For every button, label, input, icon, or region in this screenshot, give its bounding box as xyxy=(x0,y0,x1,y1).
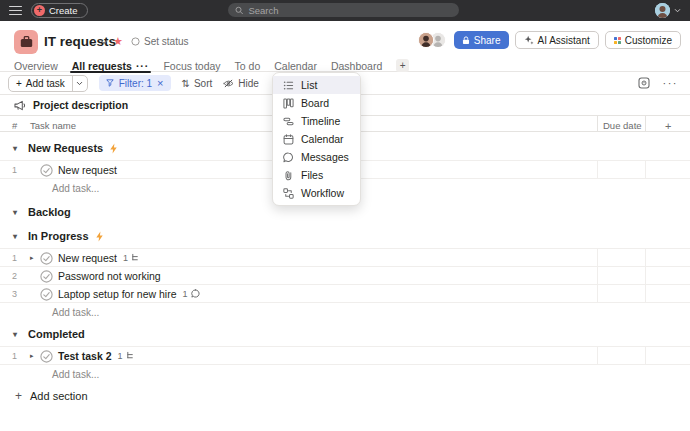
tab-label: Focus today xyxy=(163,60,220,72)
task-row[interactable]: 1 ▸ New request 1 xyxy=(0,249,690,267)
account-chevron-down-icon[interactable] xyxy=(674,8,681,13)
section-name: New Requests xyxy=(28,142,103,154)
column-task-name[interactable]: Task name xyxy=(30,120,76,131)
menu-item-workflow[interactable]: Workflow xyxy=(273,184,360,202)
expand-subtasks-icon[interactable]: ▸ xyxy=(30,352,34,360)
toolbar-right: ··· xyxy=(638,77,679,89)
section-rows: 1 ▸ Test task 2 1 xyxy=(0,346,690,365)
add-task-button[interactable]: + Add task xyxy=(8,75,88,92)
sparkle-icon xyxy=(524,35,534,45)
customize-label: Customize xyxy=(625,35,672,46)
plus-icon: + xyxy=(34,5,45,16)
tab-all-requests[interactable]: All requests ··· xyxy=(72,60,150,72)
subtask-count: 1 xyxy=(118,351,135,361)
member-avatar[interactable] xyxy=(418,32,434,48)
tab-overflow-icon[interactable]: ··· xyxy=(136,60,150,72)
row-number: 2 xyxy=(12,271,17,281)
board-icon xyxy=(283,98,294,109)
avatar-photo xyxy=(655,3,670,18)
search-bar[interactable] xyxy=(228,3,459,17)
topbar: + Create xyxy=(0,0,690,21)
tab-dashboard[interactable]: Dashboard xyxy=(331,60,382,72)
sort-arrows-icon: ⇅ xyxy=(182,78,190,89)
check-circle-icon[interactable] xyxy=(40,350,53,363)
hamburger-menu-icon[interactable] xyxy=(9,6,22,16)
menu-item-timeline[interactable]: Timeline xyxy=(273,112,360,130)
collapse-triangle-icon[interactable]: ▾ xyxy=(13,208,22,217)
add-task-row[interactable]: Add task... xyxy=(0,303,690,321)
project-description-label: Project description xyxy=(33,99,128,111)
section-header-in-progress[interactable]: ▾ In Progress xyxy=(0,228,690,244)
member-avatars xyxy=(418,32,446,48)
filter-pill[interactable]: Filter: 1 × xyxy=(99,75,171,91)
tab-to-do[interactable]: To do xyxy=(235,60,261,72)
check-circle-icon[interactable] xyxy=(40,164,53,177)
grid-settings-icon[interactable] xyxy=(638,77,650,89)
section-header-backlog[interactable]: ▾ Backlog xyxy=(0,204,690,220)
tab-label: Dashboard xyxy=(331,60,382,72)
task-row[interactable]: 3 Laptop setup for new hire 1 xyxy=(0,285,690,303)
tab-label: Overview xyxy=(14,60,58,72)
tab-focus-today[interactable]: Focus today xyxy=(163,60,220,72)
menu-item-list[interactable]: List xyxy=(273,76,360,94)
add-column-button[interactable]: + xyxy=(665,120,671,132)
expand-subtasks-icon[interactable]: ▸ xyxy=(30,254,34,262)
eye-slash-icon xyxy=(223,79,234,88)
tab-overview[interactable]: Overview xyxy=(14,60,58,72)
add-view-button[interactable]: + xyxy=(396,59,409,72)
clear-filter-icon[interactable]: × xyxy=(157,77,163,89)
task-row[interactable]: 1 ▸ Test task 2 1 xyxy=(0,347,690,365)
menu-item-calendar[interactable]: Calendar xyxy=(273,130,360,148)
tab-calendar[interactable]: Calendar xyxy=(274,60,317,72)
favorite-star-icon[interactable]: ★ xyxy=(113,35,123,48)
subtask-icon xyxy=(131,253,140,262)
share-button[interactable]: Share xyxy=(454,31,509,49)
menu-item-label: Calendar xyxy=(301,133,344,145)
more-options-icon[interactable]: ··· xyxy=(663,77,679,89)
section-name: Backlog xyxy=(28,206,71,218)
create-button[interactable]: + Create xyxy=(31,3,88,18)
subtask-icon xyxy=(126,351,135,360)
add-task-row[interactable]: Add task... xyxy=(0,365,690,383)
check-circle-icon[interactable] xyxy=(40,252,53,265)
comment-count-value: 1 xyxy=(183,289,188,299)
project-icon[interactable] xyxy=(14,30,38,54)
workflow-icon xyxy=(283,188,294,199)
add-section-button[interactable]: + Add section xyxy=(0,389,690,403)
row-number: 3 xyxy=(12,289,17,299)
menu-item-board[interactable]: Board xyxy=(273,94,360,112)
task-name[interactable]: Laptop setup for new hire xyxy=(58,288,177,300)
customize-grid-icon xyxy=(614,37,621,44)
task-name[interactable]: New request xyxy=(58,252,117,264)
collapse-triangle-icon[interactable]: ▾ xyxy=(13,232,22,241)
set-status-button[interactable]: Set status xyxy=(131,36,188,47)
task-name[interactable]: Password not working xyxy=(58,270,161,282)
collapse-triangle-icon[interactable]: ▾ xyxy=(13,144,22,153)
column-due-date[interactable]: Due date xyxy=(603,120,642,131)
menu-item-messages[interactable]: Messages xyxy=(273,148,360,166)
comment-count: 1 xyxy=(183,289,200,299)
add-section-label: Add section xyxy=(30,390,87,402)
add-task-main[interactable]: + Add task xyxy=(9,76,72,91)
hide-button[interactable]: Hide xyxy=(223,78,259,89)
sort-button[interactable]: ⇅ Sort xyxy=(182,78,213,89)
title-chevron-down-icon[interactable] xyxy=(100,39,108,45)
plus-icon: + xyxy=(400,60,406,71)
check-circle-icon[interactable] xyxy=(40,288,53,301)
task-name[interactable]: New request xyxy=(58,164,117,176)
user-avatar[interactable] xyxy=(655,3,670,18)
task-row[interactable]: 2 Password not working xyxy=(0,267,690,285)
menu-item-label: Timeline xyxy=(301,115,340,127)
rule-bolt-icon xyxy=(109,143,118,154)
section-header-completed[interactable]: ▾ Completed xyxy=(0,326,690,342)
task-name[interactable]: Test task 2 xyxy=(58,350,112,362)
header-actions: Share AI Assistant Customize xyxy=(418,31,681,49)
create-button-label: Create xyxy=(49,5,78,16)
collapse-triangle-icon[interactable]: ▾ xyxy=(13,330,22,339)
check-circle-icon[interactable] xyxy=(40,270,53,283)
search-input[interactable] xyxy=(248,5,452,16)
add-task-dropdown[interactable] xyxy=(72,76,87,91)
ai-assistant-button[interactable]: AI Assistant xyxy=(515,31,599,49)
customize-button[interactable]: Customize xyxy=(605,31,681,49)
menu-item-files[interactable]: Files xyxy=(273,166,360,184)
